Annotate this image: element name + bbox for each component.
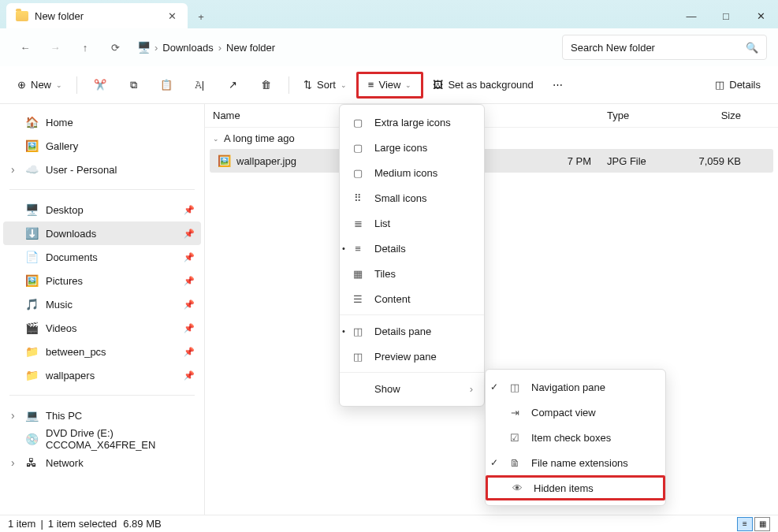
view-menu-extra-large-icons[interactable]: ▢Extra large icons <box>340 110 484 135</box>
chevron-right-icon: › <box>470 383 473 395</box>
maximize-button[interactable]: □ <box>709 3 743 28</box>
minimize-button[interactable]: — <box>674 3 709 28</box>
sort-button[interactable]: ⇅Sort⌄ <box>297 72 353 99</box>
show-option-icon: ⇥ <box>508 407 522 419</box>
folder-icon <box>16 11 28 21</box>
show-menu-navigation-pane[interactable]: ✓◫Navigation pane <box>486 374 665 400</box>
monitor-icon: 🖥️ <box>137 41 150 54</box>
search-input[interactable]: Search New folder 🔍 <box>562 35 767 60</box>
sidebar-item-home[interactable]: 🏠Home <box>3 110 201 134</box>
pin-icon: 📌 <box>184 252 195 262</box>
col-size[interactable]: Size <box>686 110 749 121</box>
list-icon: ≡ <box>368 79 374 91</box>
pin-icon: 📌 <box>184 347 195 357</box>
show-menu-compact-view[interactable]: ⇥Compact view <box>486 400 665 425</box>
nav-bar: ← → ↑ ⟳ 🖥️ › Downloads › New folder Sear… <box>0 28 778 66</box>
sidebar-icon: 🏠 <box>25 116 38 128</box>
details-view-button[interactable]: ≡ <box>737 517 753 531</box>
back-button[interactable]: ← <box>11 35 39 60</box>
view-menu-show[interactable]: Show› <box>340 376 484 401</box>
sidebar-item-dvd-drive-e-cccoma-x64fre-en[interactable]: 💿DVD Drive (E:) CCCOMA_X64FRE_EN <box>3 427 201 451</box>
file-size: 7,059 KB <box>686 155 749 167</box>
view-menu-preview-pane[interactable]: ◫Preview pane <box>340 344 484 369</box>
sidebar-item-documents[interactable]: 📄Documents📌 <box>3 245 201 269</box>
view-button[interactable]: ≡View⌄ <box>356 72 424 99</box>
view-menu-details[interactable]: •≡Details <box>340 236 484 261</box>
new-tab-button[interactable]: + <box>188 5 214 28</box>
rename-button[interactable]: 𝙰| <box>184 72 214 99</box>
thumbnails-view-button[interactable]: ▦ <box>754 517 770 531</box>
col-type[interactable]: Type <box>599 110 686 121</box>
sidebar-item-this-pc[interactable]: 💻This PC <box>3 404 201 427</box>
sidebar-item-desktop[interactable]: 🖥️Desktop📌 <box>3 198 201 221</box>
sidebar-item-wallpapers[interactable]: 📁wallpapers📌 <box>3 363 201 387</box>
sidebar-item-between-pcs[interactable]: 📁between_pcs📌 <box>3 340 201 363</box>
sidebar-icon: ⬇️ <box>25 227 38 240</box>
column-headers[interactable]: Name Type Size <box>205 104 778 128</box>
status-count: 1 item <box>8 518 35 530</box>
view-menu-large-icons[interactable]: ▢Large icons <box>340 135 484 160</box>
view-menu-tiles[interactable]: ▦Tiles <box>340 261 484 286</box>
more-button[interactable]: ⋯ <box>543 72 573 99</box>
show-menu-item-check-boxes[interactable]: ☑Item check boxes <box>486 425 665 450</box>
pin-icon: 📌 <box>184 229 195 239</box>
set-background-button[interactable]: 🖼Set as background <box>426 72 539 99</box>
sidebar-icon: 💿 <box>25 433 38 445</box>
cut-button[interactable]: ✂️ <box>85 72 115 99</box>
status-selected: 1 item selected <box>48 518 117 530</box>
view-menu: ▢Extra large icons▢Large icons▢Medium ic… <box>339 104 485 407</box>
sidebar-icon: 🖥️ <box>25 203 38 216</box>
file-type: JPG File <box>599 155 686 167</box>
view-menu-list[interactable]: ≣List <box>340 210 484 236</box>
breadcrumb-item[interactable]: New folder <box>226 42 275 54</box>
forward-button[interactable]: → <box>41 35 69 60</box>
breadcrumb[interactable]: 🖥️ › Downloads › New folder <box>131 35 560 60</box>
chevron-down-icon: ⌄ <box>405 81 411 89</box>
view-option-icon: ▢ <box>351 142 365 154</box>
sidebar-item-pictures[interactable]: 🖼️Pictures📌 <box>3 269 201 292</box>
ellipsis-icon: ⋯ <box>553 79 563 91</box>
new-button[interactable]: ⊕New⌄ <box>11 72 69 99</box>
refresh-button[interactable]: ⟳ <box>101 35 129 60</box>
tab-close-button[interactable]: ✕ <box>166 10 178 22</box>
share-button[interactable]: ↗ <box>218 72 248 99</box>
view-menu-details-pane[interactable]: •◫Details pane <box>340 318 484 344</box>
window-tab[interactable]: New folder ✕ <box>6 3 188 28</box>
file-row[interactable]: 🖼️wallpaper.jpg 7 PM JPG File 7,059 KB <box>210 149 773 173</box>
details-pane-button[interactable]: ◫Details <box>709 72 767 99</box>
sidebar-item-videos[interactable]: 🎬Videos📌 <box>3 316 201 340</box>
sidebar-item-gallery[interactable]: 🖼️Gallery <box>3 134 201 158</box>
show-menu-hidden-items[interactable]: 👁Hidden items <box>486 475 665 500</box>
sidebar-item-music[interactable]: 🎵Music📌 <box>3 292 201 316</box>
view-menu-medium-icons[interactable]: ▢Medium icons <box>340 160 484 185</box>
file-list: Name Type Size ⌄A long time ago 🖼️wallpa… <box>205 104 778 515</box>
view-menu-small-icons[interactable]: ⠿Small icons <box>340 185 484 210</box>
copy-button[interactable]: ⧉ <box>118 72 148 99</box>
view-option-icon: ▢ <box>351 117 365 128</box>
show-option-icon: 👁 <box>510 482 524 494</box>
up-button[interactable]: ↑ <box>71 35 99 60</box>
sidebar-item-network[interactable]: 🖧Network <box>3 451 201 474</box>
pane-icon: ◫ <box>351 326 365 337</box>
pane-icon: ◫ <box>351 351 365 363</box>
sidebar-label: Network <box>46 457 84 469</box>
sidebar-label: between_pcs <box>46 346 106 358</box>
show-menu-file-name-extensions[interactable]: ✓🗎File name extensions <box>486 450 665 475</box>
pin-icon: 📌 <box>184 276 195 286</box>
view-option-icon: ≡ <box>351 243 365 255</box>
sidebar-label: Desktop <box>46 204 84 216</box>
paste-button[interactable]: 📋 <box>151 72 181 99</box>
show-option-icon: ☑ <box>508 432 522 444</box>
plus-circle-icon: ⊕ <box>17 79 26 91</box>
sidebar-item-user-personal[interactable]: ☁️User - Personal <box>3 158 201 181</box>
sidebar-label: Home <box>46 117 73 128</box>
sidebar-label: Gallery <box>46 140 78 152</box>
view-option-icon: ▦ <box>351 268 365 280</box>
breadcrumb-item[interactable]: Downloads <box>162 42 213 54</box>
close-button[interactable]: ✕ <box>743 3 778 28</box>
group-header[interactable]: ⌄A long time ago <box>205 128 778 149</box>
delete-button[interactable]: 🗑 <box>251 72 281 99</box>
sidebar-item-downloads[interactable]: ⬇️Downloads📌 <box>3 221 201 245</box>
pin-icon: 📌 <box>184 323 195 333</box>
view-menu-content[interactable]: ☰Content <box>340 286 484 311</box>
